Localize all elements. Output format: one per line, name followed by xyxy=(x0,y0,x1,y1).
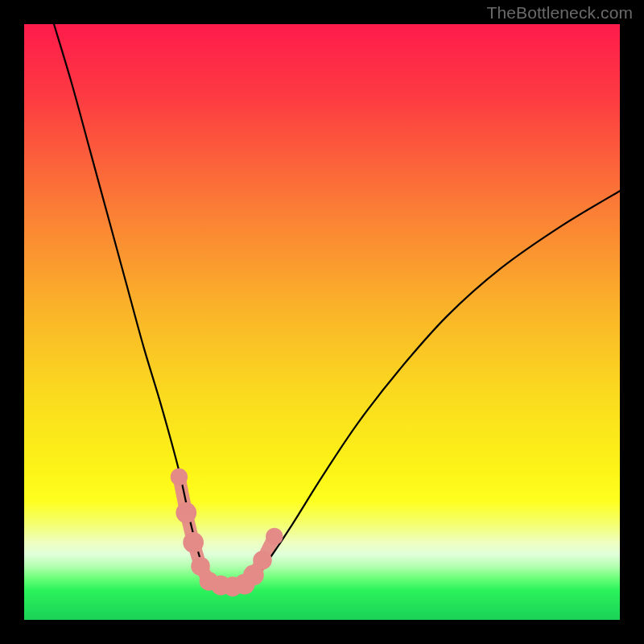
data-marker xyxy=(183,532,204,553)
curve-left-branch xyxy=(54,24,215,584)
chart-frame: TheBottleneck.com xyxy=(0,0,644,644)
data-marker xyxy=(171,469,188,485)
watermark-text: TheBottleneck.com xyxy=(487,3,633,23)
plot-area xyxy=(24,24,620,620)
curve-layer xyxy=(24,24,620,620)
data-marker xyxy=(175,502,196,523)
data-marker xyxy=(253,551,272,570)
curve-right-branch xyxy=(250,191,620,584)
data-marker xyxy=(266,528,283,545)
